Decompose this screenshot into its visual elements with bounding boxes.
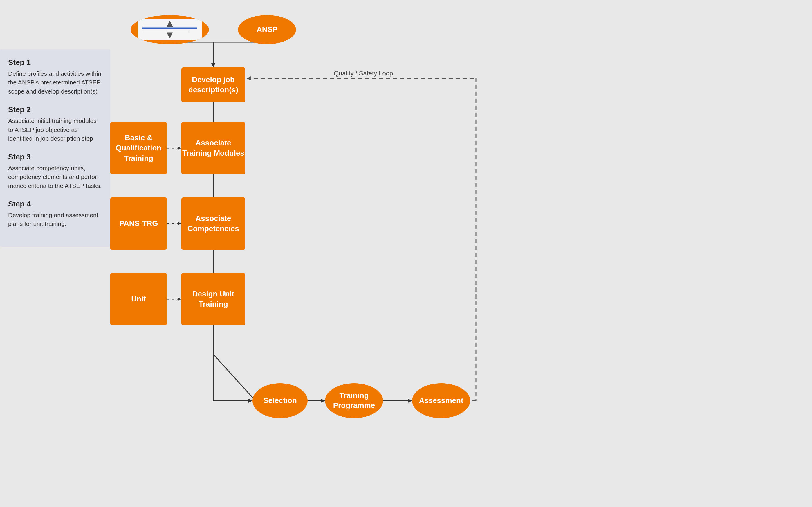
svg-marker-8 [178, 146, 181, 150]
step-4-desc: Develop training and assessment plans fo… [8, 211, 102, 229]
ansp-label: ANSP [257, 25, 277, 35]
svg-line-15 [213, 354, 252, 401]
step-3-desc: Associate competency units, competency e… [8, 164, 102, 190]
step-2: Step 2 Associate initial training module… [8, 105, 102, 143]
ansp-ellipse: ANSP [238, 15, 296, 44]
assessment-label: Assessment [419, 396, 463, 406]
step-4: Step 4 Develop training and assessment p… [8, 200, 102, 229]
training-prog-label: Training Programme [325, 391, 383, 410]
associate-comp-label: Associate Competencies [181, 213, 245, 234]
svg-line-13 [213, 354, 255, 401]
design-unit-label: Design Unit Training [181, 289, 245, 309]
selection-label: Selection [263, 396, 297, 406]
training-prog-ellipse: Training Programme [325, 383, 383, 418]
svg-marker-2 [211, 63, 215, 67]
quality-safety-label: Quality / Safety Loop [334, 70, 393, 77]
svg-marker-22 [408, 399, 412, 403]
unit-box: Unit [110, 273, 167, 325]
step-1: Step 1 Define profiles and activities wi… [8, 58, 102, 96]
associate-training-label: Associate Training Modules [181, 138, 245, 158]
svg-marker-20 [321, 399, 325, 403]
pans-trg-box: PANS-TRG [110, 198, 167, 250]
svg-marker-18 [248, 399, 252, 403]
sidebar: Step 1 Define profiles and activities wi… [0, 49, 110, 246]
develop-job-box: Develop job description(s) [181, 67, 245, 102]
diagram: ANSP Develop job description(s) Basic & … [110, 0, 812, 507]
svg-marker-12 [178, 297, 181, 301]
associate-comp-box: Associate Competencies [181, 198, 245, 250]
step-2-desc: Associate initial training modules to AT… [8, 116, 102, 143]
associate-training-box: Associate Training Modules [181, 122, 245, 174]
develop-job-label: Develop job description(s) [181, 75, 245, 95]
step-2-title: Step 2 [8, 105, 102, 114]
design-unit-box: Design Unit Training [181, 273, 245, 325]
unit-label: Unit [131, 294, 146, 304]
step-1-desc: Define profiles and activities within th… [8, 69, 102, 96]
svg-marker-25 [247, 76, 251, 80]
step-4-title: Step 4 [8, 200, 102, 209]
selection-ellipse: Selection [252, 383, 308, 418]
atsep-image-ellipse [131, 15, 209, 44]
step-1-title: Step 1 [8, 58, 102, 67]
pans-trg-label: PANS-TRG [119, 218, 158, 229]
step-3: Step 3 Associate competency units, compe… [8, 153, 102, 190]
assessment-ellipse: Assessment [412, 383, 470, 418]
basic-qual-label: Basic & Qualification Training [110, 133, 167, 163]
svg-marker-10 [178, 222, 181, 225]
basic-qual-box: Basic & Qualification Training [110, 122, 167, 174]
step-3-title: Step 3 [8, 153, 102, 161]
